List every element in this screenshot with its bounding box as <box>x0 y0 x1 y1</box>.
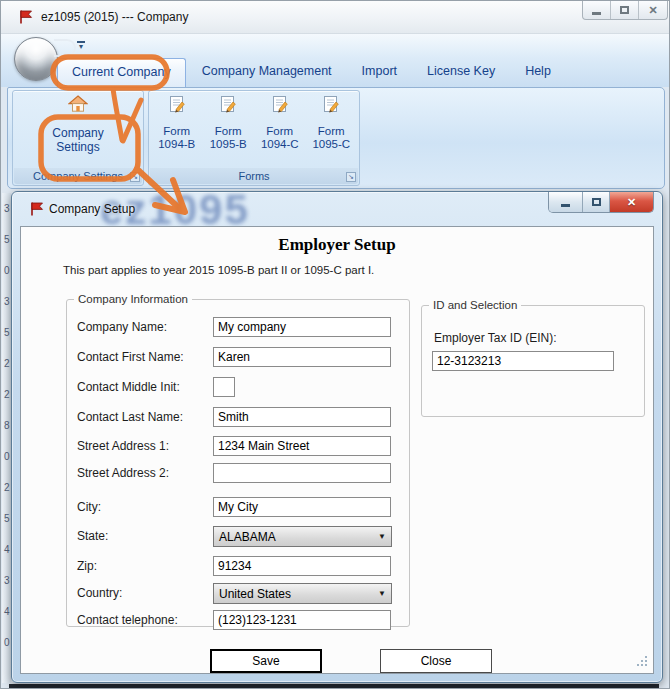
form-1095-c-button[interactable]: Form 1095-C <box>306 95 358 151</box>
country-selected-value: United States <box>219 587 378 601</box>
tab-current-company[interactable]: Current Company <box>57 58 186 87</box>
ein-label: Employer Tax ID (EIN): <box>434 331 556 345</box>
dialog-launcher-icon[interactable]: ↘ <box>130 172 140 182</box>
main-window-controls: ✕ <box>582 1 668 20</box>
dialog-flag-icon <box>29 201 45 217</box>
main-minimize-button[interactable] <box>583 1 611 19</box>
city-input[interactable] <box>213 497 391 517</box>
main-window: ez1095 (2015) --- Company ✕ ▾ Current Co… <box>0 0 670 689</box>
form-button-label: Form 1095-C <box>306 125 358 151</box>
tab-help[interactable]: Help <box>511 58 565 87</box>
country-select[interactable]: United States ▼ <box>213 583 392 604</box>
field-row: Contact First Name: <box>67 347 409 369</box>
contact-first-name-label: Contact First Name: <box>77 350 184 364</box>
country-label: Country: <box>77 586 122 600</box>
company-settings-button-label: Company Settings <box>43 126 113 154</box>
group-caption-company-settings: Company Settings <box>14 168 142 184</box>
maximize-icon <box>592 198 601 206</box>
field-row: State: ALABAMA ▼ <box>67 526 409 548</box>
dialog-window-controls: ✕ <box>548 192 654 213</box>
app-flag-icon <box>18 9 34 25</box>
dialog-titlebar[interactable]: ez1095 Company Setup ✕ <box>12 192 662 226</box>
id-and-selection-groupbox: ID and Selection Employer Tax ID (EIN): <box>421 299 645 417</box>
close-icon: ✕ <box>648 4 657 17</box>
main-close-button[interactable]: ✕ <box>639 1 667 19</box>
contact-telephone-input[interactable] <box>213 610 391 630</box>
ribbon-group-forms: Form 1094-B Form 1095-B <box>148 90 360 186</box>
form-document-icon <box>270 95 290 115</box>
group-caption-forms: Forms <box>150 168 358 184</box>
dialog-description: This part applies to year 2015 1095-B pa… <box>63 264 374 276</box>
ribbon-tabs: Current Company Company Management Impor… <box>57 58 567 87</box>
contact-last-name-label: Contact Last Name: <box>77 410 183 424</box>
company-information-groupbox: Company Information Company Name: Contac… <box>66 293 410 627</box>
company-information-caption: Company Information <box>74 293 192 305</box>
id-and-selection-caption: ID and Selection <box>429 299 521 311</box>
field-row: Street Address 1: <box>67 436 409 458</box>
dialog-close-button[interactable]: ✕ <box>610 192 653 212</box>
form-document-icon <box>218 95 238 115</box>
launcher-arrow-icon: ↘ <box>348 173 354 180</box>
field-row: Street Address 2: <box>67 463 409 485</box>
company-name-input[interactable] <box>213 317 391 337</box>
minimize-icon <box>561 204 570 207</box>
resize-grip[interactable] <box>645 664 647 666</box>
quick-access-pill <box>54 39 76 57</box>
zip-input[interactable] <box>213 556 391 576</box>
close-icon: ✕ <box>627 196 636 209</box>
state-label: State: <box>77 529 108 543</box>
field-row: Zip: <box>67 556 409 578</box>
street-address-2-input[interactable] <box>213 463 391 483</box>
contact-middle-init-label: Contact Middle Init: <box>77 380 180 394</box>
field-row: Company Name: <box>67 317 409 339</box>
state-selected-value: ALABAMA <box>219 530 378 544</box>
tab-license-key[interactable]: License Key <box>413 58 509 87</box>
tab-company-management[interactable]: Company Management <box>188 58 346 87</box>
form-1094-b-button[interactable]: Form 1094-B <box>151 95 203 151</box>
dialog-maximize-button[interactable] <box>583 192 610 212</box>
contact-middle-init-input[interactable] <box>213 377 235 397</box>
ein-input[interactable] <box>432 351 614 371</box>
main-titlebar: ez1095 (2015) --- Company ✕ <box>1 1 669 34</box>
maximize-icon <box>620 6 629 14</box>
contact-first-name-input[interactable] <box>213 347 391 367</box>
employer-setup-heading: Employer Setup <box>21 235 653 255</box>
field-row: Contact Last Name: <box>67 407 409 429</box>
form-1094-c-button[interactable]: Form 1094-C <box>254 95 306 151</box>
house-icon <box>68 95 88 112</box>
company-settings-button[interactable]: Company Settings <box>13 93 143 154</box>
main-maximize-button[interactable] <box>611 1 639 19</box>
ribbon-body: Company Settings Company Settings ↘ Form… <box>7 87 665 189</box>
background-grid-sliver: 3 5 0 3 5 2 2 8 0 2 5 4 3 4 0 <box>2 193 11 683</box>
form-1095-b-button[interactable]: Form 1095-B <box>203 95 255 151</box>
field-row: Contact telephone: <box>67 610 409 632</box>
field-row: City: <box>67 497 409 519</box>
qat-customize-button[interactable]: ▾ <box>75 41 87 50</box>
zip-label: Zip: <box>77 559 97 573</box>
save-button[interactable]: Save <box>210 649 322 673</box>
state-select[interactable]: ALABAMA ▼ <box>213 526 392 547</box>
application-menu-orb[interactable] <box>14 37 58 81</box>
contact-telephone-label: Contact telephone: <box>77 613 178 627</box>
chevron-down-icon: ▼ <box>378 589 386 598</box>
form-document-icon <box>321 95 341 115</box>
tab-import[interactable]: Import <box>348 58 411 87</box>
close-action-button[interactable]: Close <box>380 649 492 673</box>
minimize-icon <box>592 12 601 15</box>
ribbon-group-company-settings: Company Settings Company Settings ↘ <box>12 90 144 186</box>
dialog-launcher-icon[interactable]: ↘ <box>346 172 356 182</box>
contact-last-name-input[interactable] <box>213 407 391 427</box>
field-row: Country: United States ▼ <box>67 583 409 605</box>
dialog-client-area: Employer Setup This part applies to year… <box>20 226 654 674</box>
main-window-bottom-edge <box>9 684 659 689</box>
form-button-label: Form 1094-B <box>151 125 203 151</box>
launcher-arrow-icon: ↘ <box>132 173 138 180</box>
dialog-title: Company Setup <box>49 202 135 216</box>
street-address-2-label: Street Address 2: <box>77 466 169 480</box>
form-button-label: Form 1094-C <box>254 125 306 151</box>
form-document-icon <box>167 95 187 115</box>
street-address-1-input[interactable] <box>213 436 391 456</box>
dialog-minimize-button[interactable] <box>549 192 583 212</box>
city-label: City: <box>77 500 101 514</box>
form-button-label: Form 1095-B <box>203 125 255 151</box>
